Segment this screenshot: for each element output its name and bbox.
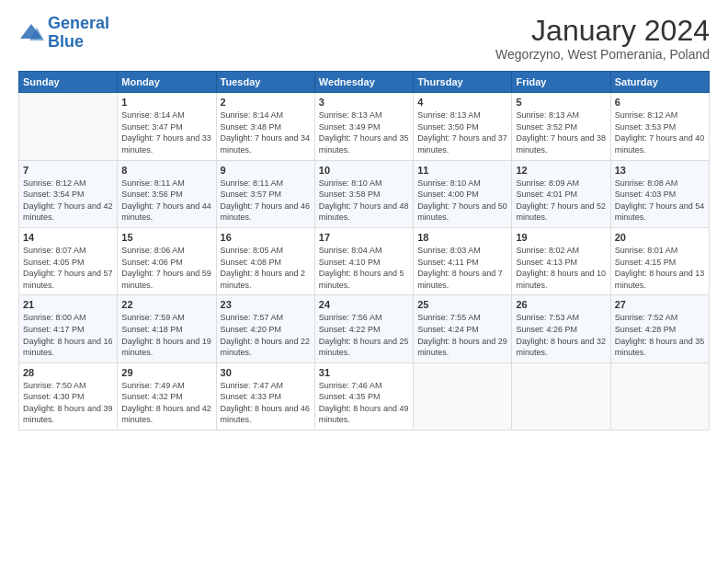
week-row-2: 14 Sunrise: 8:07 AMSunset: 4:05 PMDaylig…: [19, 227, 710, 294]
day-number: 27: [615, 299, 705, 310]
day-number: 24: [319, 299, 409, 310]
page: General Blue January 2024 Wegorzyno, Wes…: [0, 0, 728, 440]
day-number: 18: [417, 232, 507, 243]
col-header-wednesday: Wednesday: [314, 72, 413, 93]
day-cell: 13 Sunrise: 8:08 AMSunset: 4:03 PMDaylig…: [610, 160, 709, 227]
day-number: 19: [516, 232, 606, 243]
day-info: Sunrise: 8:13 AMSunset: 3:52 PMDaylight:…: [516, 109, 606, 155]
day-cell: 11 Sunrise: 8:10 AMSunset: 4:00 PMDaylig…: [414, 160, 512, 227]
day-cell: 29 Sunrise: 7:49 AMSunset: 4:32 PMDaylig…: [118, 362, 216, 430]
day-cell: 17 Sunrise: 8:04 AMSunset: 4:10 PMDaylig…: [314, 227, 413, 294]
day-cell: 4 Sunrise: 8:13 AMSunset: 3:50 PMDayligh…: [414, 93, 512, 160]
col-header-sunday: Sunday: [19, 72, 118, 93]
week-row-4: 28 Sunrise: 7:50 AMSunset: 4:30 PMDaylig…: [19, 362, 710, 430]
day-info: Sunrise: 8:11 AMSunset: 3:57 PMDaylight:…: [221, 178, 311, 224]
day-cell: 2 Sunrise: 8:14 AMSunset: 3:48 PMDayligh…: [216, 93, 314, 160]
col-header-friday: Friday: [512, 72, 610, 93]
day-number: 4: [417, 97, 507, 108]
day-info: Sunrise: 7:59 AMSunset: 4:18 PMDaylight:…: [121, 312, 211, 358]
day-number: 16: [221, 232, 311, 243]
day-cell: 21 Sunrise: 8:00 AMSunset: 4:17 PMDaylig…: [19, 295, 118, 362]
day-cell: 15 Sunrise: 8:06 AMSunset: 4:06 PMDaylig…: [118, 227, 216, 294]
day-number: 3: [319, 97, 409, 108]
day-number: 23: [221, 299, 311, 310]
day-info: Sunrise: 8:02 AMSunset: 4:13 PMDaylight:…: [516, 245, 606, 291]
header-row: SundayMondayTuesdayWednesdayThursdayFrid…: [19, 72, 710, 93]
day-number: 21: [23, 299, 113, 310]
day-info: Sunrise: 7:53 AMSunset: 4:26 PMDaylight:…: [516, 312, 606, 358]
day-number: 30: [221, 367, 311, 378]
day-cell: 24 Sunrise: 7:56 AMSunset: 4:22 PMDaylig…: [314, 295, 413, 362]
day-cell: 18 Sunrise: 8:03 AMSunset: 4:11 PMDaylig…: [414, 227, 512, 294]
col-header-thursday: Thursday: [414, 72, 512, 93]
day-info: Sunrise: 8:00 AMSunset: 4:17 PMDaylight:…: [23, 312, 113, 358]
day-cell: 19 Sunrise: 8:02 AMSunset: 4:13 PMDaylig…: [512, 227, 610, 294]
week-row-0: 1 Sunrise: 8:14 AMSunset: 3:47 PMDayligh…: [19, 93, 710, 160]
day-cell: 26 Sunrise: 7:53 AMSunset: 4:26 PMDaylig…: [512, 295, 610, 362]
logo-icon: [18, 20, 44, 46]
day-number: 12: [516, 165, 606, 176]
day-number: 26: [516, 299, 606, 310]
week-row-3: 21 Sunrise: 8:00 AMSunset: 4:17 PMDaylig…: [19, 295, 710, 362]
day-cell: 16 Sunrise: 8:05 AMSunset: 4:08 PMDaylig…: [216, 227, 314, 294]
day-cell: [19, 93, 118, 160]
day-cell: 31 Sunrise: 7:46 AMSunset: 4:35 PMDaylig…: [314, 362, 413, 430]
day-info: Sunrise: 8:03 AMSunset: 4:11 PMDaylight:…: [417, 245, 507, 291]
day-number: 6: [615, 97, 705, 108]
day-cell: 7 Sunrise: 8:12 AMSunset: 3:54 PMDayligh…: [19, 160, 118, 227]
day-number: 8: [121, 165, 211, 176]
day-info: Sunrise: 7:52 AMSunset: 4:28 PMDaylight:…: [615, 312, 705, 358]
day-info: Sunrise: 7:50 AMSunset: 4:30 PMDaylight:…: [23, 380, 113, 426]
day-number: 31: [319, 367, 409, 378]
day-cell: 3 Sunrise: 8:13 AMSunset: 3:49 PMDayligh…: [314, 93, 413, 160]
day-number: 29: [121, 367, 211, 378]
day-info: Sunrise: 8:01 AMSunset: 4:15 PMDaylight:…: [615, 245, 705, 291]
day-info: Sunrise: 8:13 AMSunset: 3:49 PMDaylight:…: [319, 109, 409, 155]
logo-line1: General: [48, 14, 109, 32]
day-cell: 28 Sunrise: 7:50 AMSunset: 4:30 PMDaylig…: [19, 362, 118, 430]
day-cell: 14 Sunrise: 8:07 AMSunset: 4:05 PMDaylig…: [19, 227, 118, 294]
day-info: Sunrise: 8:14 AMSunset: 3:47 PMDaylight:…: [121, 109, 211, 155]
day-cell: 10 Sunrise: 8:10 AMSunset: 3:58 PMDaylig…: [314, 160, 413, 227]
col-header-saturday: Saturday: [610, 72, 709, 93]
day-cell: 30 Sunrise: 7:47 AMSunset: 4:33 PMDaylig…: [216, 362, 314, 430]
subtitle: Wegorzyno, West Pomerania, Poland: [495, 47, 710, 62]
day-cell: 20 Sunrise: 8:01 AMSunset: 4:15 PMDaylig…: [610, 227, 709, 294]
logo: General Blue: [18, 15, 109, 52]
day-info: Sunrise: 8:11 AMSunset: 3:56 PMDaylight:…: [121, 178, 211, 224]
day-info: Sunrise: 8:14 AMSunset: 3:48 PMDaylight:…: [221, 109, 311, 155]
day-info: Sunrise: 7:49 AMSunset: 4:32 PMDaylight:…: [121, 380, 211, 426]
day-info: Sunrise: 7:56 AMSunset: 4:22 PMDaylight:…: [319, 312, 409, 358]
day-info: Sunrise: 8:12 AMSunset: 3:54 PMDaylight:…: [23, 178, 113, 224]
day-cell: 22 Sunrise: 7:59 AMSunset: 4:18 PMDaylig…: [118, 295, 216, 362]
week-row-1: 7 Sunrise: 8:12 AMSunset: 3:54 PMDayligh…: [19, 160, 710, 227]
day-number: 25: [417, 299, 507, 310]
col-header-monday: Monday: [118, 72, 216, 93]
day-cell: 9 Sunrise: 8:11 AMSunset: 3:57 PMDayligh…: [216, 160, 314, 227]
day-info: Sunrise: 8:09 AMSunset: 4:01 PMDaylight:…: [516, 178, 606, 224]
day-cell: 5 Sunrise: 8:13 AMSunset: 3:52 PMDayligh…: [512, 93, 610, 160]
day-info: Sunrise: 7:57 AMSunset: 4:20 PMDaylight:…: [221, 312, 311, 358]
day-cell: 23 Sunrise: 7:57 AMSunset: 4:20 PMDaylig…: [216, 295, 314, 362]
day-info: Sunrise: 8:10 AMSunset: 4:00 PMDaylight:…: [417, 178, 507, 224]
day-info: Sunrise: 8:10 AMSunset: 3:58 PMDaylight:…: [319, 178, 409, 224]
day-cell: 25 Sunrise: 7:55 AMSunset: 4:24 PMDaylig…: [414, 295, 512, 362]
day-cell: [512, 362, 610, 430]
logo-line2: Blue: [48, 32, 84, 51]
calendar-table: SundayMondayTuesdayWednesdayThursdayFrid…: [18, 71, 710, 431]
title-block: January 2024 Wegorzyno, West Pomerania, …: [495, 15, 710, 62]
col-header-tuesday: Tuesday: [216, 72, 314, 93]
day-info: Sunrise: 8:04 AMSunset: 4:10 PMDaylight:…: [319, 245, 409, 291]
day-number: 9: [221, 165, 311, 176]
day-info: Sunrise: 8:05 AMSunset: 4:08 PMDaylight:…: [221, 245, 311, 291]
day-number: 10: [319, 165, 409, 176]
day-info: Sunrise: 8:12 AMSunset: 3:53 PMDaylight:…: [615, 109, 705, 155]
day-number: 2: [221, 97, 311, 108]
day-number: 15: [121, 232, 211, 243]
day-number: 5: [516, 97, 606, 108]
day-number: 13: [615, 165, 705, 176]
day-info: Sunrise: 8:08 AMSunset: 4:03 PMDaylight:…: [615, 178, 705, 224]
day-number: 20: [615, 232, 705, 243]
day-number: 14: [23, 232, 113, 243]
day-info: Sunrise: 7:55 AMSunset: 4:24 PMDaylight:…: [417, 312, 507, 358]
